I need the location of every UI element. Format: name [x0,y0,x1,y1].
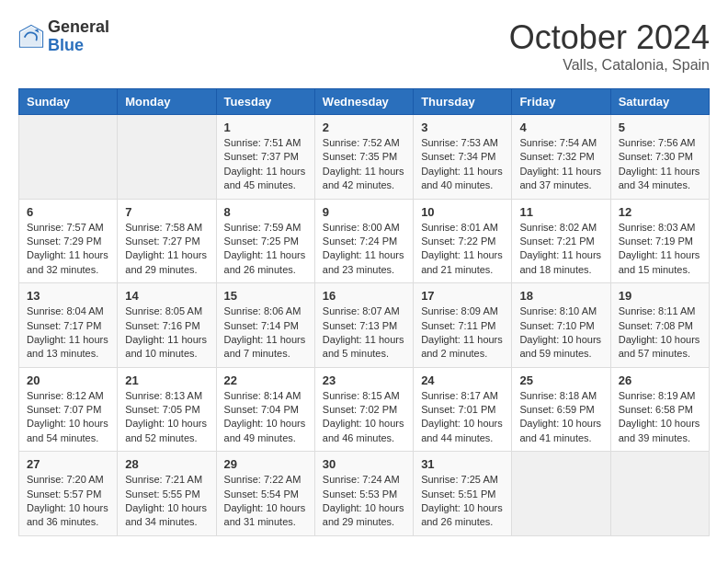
week-row-3: 13Sunrise: 8:04 AMSunset: 7:17 PMDayligh… [19,283,710,368]
day-number: 7 [125,205,208,219]
table-row: 11Sunrise: 8:02 AMSunset: 7:21 PMDayligh… [512,199,610,283]
day-number: 15 [224,289,307,303]
day-info: Sunrise: 8:12 AMSunset: 7:07 PMDaylight:… [27,389,109,446]
day-number: 5 [619,121,701,134]
day-number: 25 [519,373,602,387]
table-row: 4Sunrise: 7:54 AMSunset: 7:32 PMDaylight… [512,115,610,200]
header-sunday: Sunday [19,89,118,115]
table-row: 24Sunrise: 8:17 AMSunset: 7:01 PMDayligh… [414,367,512,452]
table-row [19,115,118,200]
table-row: 5Sunrise: 7:56 AMSunset: 7:30 PMDaylight… [610,115,709,200]
day-number: 23 [323,373,405,387]
table-row: 27Sunrise: 7:20 AMSunset: 5:57 PMDayligh… [19,452,118,536]
logo: General Blue [18,18,109,55]
day-info: Sunrise: 8:13 AMSunset: 7:05 PMDaylight:… [125,389,208,446]
day-number: 30 [323,457,405,471]
table-row: 16Sunrise: 8:07 AMSunset: 7:13 PMDayligh… [314,283,413,368]
page-header: General Blue October 2024 Valls, Catalon… [18,18,710,74]
day-info: Sunrise: 7:52 AMSunset: 7:35 PMDaylight:… [323,136,405,193]
day-info: Sunrise: 8:18 AMSunset: 6:59 PMDaylight:… [519,389,602,446]
table-row: 20Sunrise: 8:12 AMSunset: 7:07 PMDayligh… [19,367,118,452]
table-row: 12Sunrise: 8:03 AMSunset: 7:19 PMDayligh… [610,199,709,283]
day-info: Sunrise: 8:00 AMSunset: 7:24 PMDaylight:… [323,221,405,278]
logo-blue-text: Blue [48,37,109,55]
day-number: 12 [619,205,701,219]
day-info: Sunrise: 8:19 AMSunset: 6:58 PMDaylight:… [619,389,701,446]
day-info: Sunrise: 8:06 AMSunset: 7:14 PMDaylight:… [224,304,307,362]
day-number: 10 [421,205,504,219]
month-title: October 2024 [509,18,710,57]
day-info: Sunrise: 7:25 AMSunset: 5:51 PMDaylight:… [421,473,504,530]
header-thursday: Thursday [414,89,512,115]
table-row: 2Sunrise: 7:52 AMSunset: 7:35 PMDaylight… [314,115,413,200]
day-info: Sunrise: 7:51 AMSunset: 7:37 PMDaylight:… [224,136,307,193]
day-number: 8 [224,205,307,219]
logo-general-text: General [48,18,109,37]
table-row: 17Sunrise: 8:09 AMSunset: 7:11 PMDayligh… [414,283,512,368]
table-row: 10Sunrise: 8:01 AMSunset: 7:22 PMDayligh… [414,199,512,283]
day-number: 1 [224,121,307,134]
table-row: 26Sunrise: 8:19 AMSunset: 6:58 PMDayligh… [610,367,709,452]
table-row: 1Sunrise: 7:51 AMSunset: 7:37 PMDaylight… [216,115,314,200]
day-number: 26 [619,373,701,387]
day-number: 2 [323,121,405,134]
table-row: 6Sunrise: 7:57 AMSunset: 7:29 PMDaylight… [19,199,118,283]
day-info: Sunrise: 8:15 AMSunset: 7:02 PMDaylight:… [323,389,405,446]
logo-icon [18,24,44,50]
header-wednesday: Wednesday [314,89,413,115]
table-row: 8Sunrise: 7:59 AMSunset: 7:25 PMDaylight… [216,199,314,283]
table-row: 22Sunrise: 8:14 AMSunset: 7:04 PMDayligh… [216,367,314,452]
day-number: 6 [27,205,109,219]
day-number: 22 [224,373,307,387]
day-info: Sunrise: 8:01 AMSunset: 7:22 PMDaylight:… [421,221,504,278]
table-row: 29Sunrise: 7:22 AMSunset: 5:54 PMDayligh… [216,452,314,536]
day-number: 16 [323,289,405,303]
day-info: Sunrise: 8:11 AMSunset: 7:08 PMDaylight:… [619,304,701,362]
day-number: 3 [421,121,504,134]
calendar-header: SundayMondayTuesdayWednesdayThursdayFrid… [19,89,710,115]
logo-text: General Blue [48,18,109,55]
day-number: 17 [421,289,504,303]
week-row-1: 1Sunrise: 7:51 AMSunset: 7:37 PMDaylight… [19,115,710,200]
day-info: Sunrise: 7:22 AMSunset: 5:54 PMDaylight:… [224,473,307,530]
day-number: 19 [619,289,701,303]
day-number: 24 [421,373,504,387]
table-row: 15Sunrise: 8:06 AMSunset: 7:14 PMDayligh… [216,283,314,368]
day-number: 28 [125,457,208,471]
day-info: Sunrise: 7:57 AMSunset: 7:29 PMDaylight:… [27,221,109,278]
day-number: 11 [519,205,602,219]
location: Valls, Catalonia, Spain [509,57,710,74]
calendar-body: 1Sunrise: 7:51 AMSunset: 7:37 PMDaylight… [19,115,710,536]
table-row [512,452,610,536]
table-row: 7Sunrise: 7:58 AMSunset: 7:27 PMDaylight… [118,199,216,283]
week-row-2: 6Sunrise: 7:57 AMSunset: 7:29 PMDaylight… [19,199,710,283]
day-number: 9 [323,205,405,219]
day-number: 13 [27,289,109,303]
day-info: Sunrise: 8:09 AMSunset: 7:11 PMDaylight:… [421,304,504,362]
day-number: 20 [27,373,109,387]
table-row: 14Sunrise: 8:05 AMSunset: 7:16 PMDayligh… [118,283,216,368]
week-row-5: 27Sunrise: 7:20 AMSunset: 5:57 PMDayligh… [19,452,710,536]
day-info: Sunrise: 7:53 AMSunset: 7:34 PMDaylight:… [421,136,504,193]
table-row [118,115,216,200]
table-row: 13Sunrise: 8:04 AMSunset: 7:17 PMDayligh… [19,283,118,368]
table-row: 23Sunrise: 8:15 AMSunset: 7:02 PMDayligh… [314,367,413,452]
day-number: 29 [224,457,307,471]
day-info: Sunrise: 7:54 AMSunset: 7:32 PMDaylight:… [519,136,602,193]
title-section: October 2024 Valls, Catalonia, Spain [509,18,710,74]
day-number: 14 [125,289,208,303]
header-saturday: Saturday [610,89,709,115]
day-info: Sunrise: 7:58 AMSunset: 7:27 PMDaylight:… [125,221,208,278]
table-row: 21Sunrise: 8:13 AMSunset: 7:05 PMDayligh… [118,367,216,452]
day-info: Sunrise: 8:05 AMSunset: 7:16 PMDaylight:… [125,304,208,362]
header-monday: Monday [118,89,216,115]
day-info: Sunrise: 8:17 AMSunset: 7:01 PMDaylight:… [421,389,504,446]
header-friday: Friday [512,89,610,115]
table-row: 30Sunrise: 7:24 AMSunset: 5:53 PMDayligh… [314,452,413,536]
day-number: 4 [519,121,602,134]
table-row: 18Sunrise: 8:10 AMSunset: 7:10 PMDayligh… [512,283,610,368]
day-info: Sunrise: 8:02 AMSunset: 7:21 PMDaylight:… [519,221,602,278]
table-row: 31Sunrise: 7:25 AMSunset: 5:51 PMDayligh… [414,452,512,536]
day-info: Sunrise: 8:14 AMSunset: 7:04 PMDaylight:… [224,389,307,446]
table-row: 3Sunrise: 7:53 AMSunset: 7:34 PMDaylight… [414,115,512,200]
